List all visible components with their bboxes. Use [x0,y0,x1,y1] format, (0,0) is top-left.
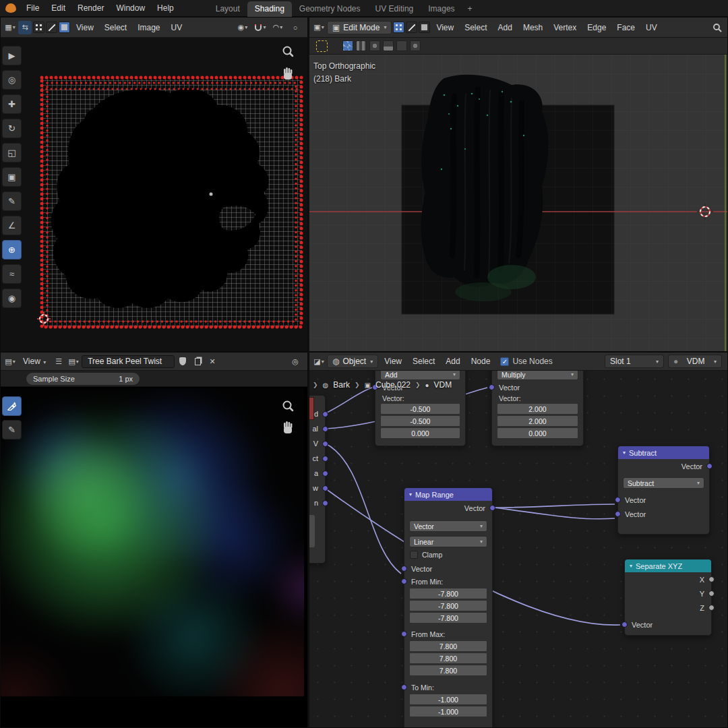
output-socket[interactable] [322,411,328,417]
active-tool-icon[interactable] [316,40,328,52]
uv-select-face-button[interactable] [59,22,70,33]
pivot-point-dropdown[interactable] [236,21,249,34]
node-map-range[interactable]: Map Range Vector Vector Linear Clamp Vec… [404,487,493,727]
node-vector-math-subtract[interactable]: Subtract Vector Subtract Vector Vector [617,446,710,535]
vector-z-field[interactable]: 0.000 [380,427,460,439]
from-max-x-field[interactable]: 7.800 [409,640,487,652]
uv-canvas[interactable]: ▶ ◎ ✚ ↻ ◱ ▣ ✎ ∠ ⊕ ≈ ◉ [1,38,307,351]
cursor-tool-button[interactable]: ◎ [2,70,22,90]
sh-menu-view[interactable]: View [380,355,406,368]
vector-input-socket[interactable] [401,566,407,572]
pan-hand-icon[interactable] [284,421,292,433]
output-socket[interactable] [322,456,328,462]
operation-dropdown[interactable]: Add [380,371,460,380]
node-header[interactable]: Separate XYZ [625,559,711,572]
image-browse-button[interactable] [67,355,80,368]
workspace-tab-shading[interactable]: Shading [247,1,292,17]
sample-tool-button[interactable] [2,396,22,416]
menu-render[interactable]: Render [71,1,110,15]
relax-tool-button[interactable]: ≈ [2,264,22,284]
pin-icon[interactable] [289,355,302,368]
app-icon[interactable] [5,3,16,13]
node-header[interactable]: Map Range [404,488,492,501]
rotate-tool-button[interactable]: ↻ [2,119,22,138]
move-tool-button[interactable]: ✚ [2,94,22,114]
image-view-menu[interactable]: View [18,355,51,368]
input-socket-2[interactable] [615,511,621,517]
vector-y-field[interactable]: -0.500 [380,415,460,427]
add-workspace-button[interactable]: + [462,1,478,17]
uv-sync-select-toggle[interactable] [18,21,32,34]
chevron-down-icon[interactable] [409,491,412,497]
grab-tool-button[interactable]: ⊕ [2,240,22,260]
viewport-canvas[interactable]: Top Orthographic (218) Bark [309,55,727,351]
chevron-down-icon[interactable] [630,563,632,569]
duplicate-image-icon[interactable] [191,355,204,368]
output-socket[interactable] [322,426,328,432]
proportional-falloff-button[interactable] [289,21,302,34]
uv-menu-select[interactable]: Select [100,21,131,34]
sh-menu-node[interactable]: Node [466,355,495,368]
uv-menu-uv[interactable]: UV [166,21,187,34]
scale-tool-button[interactable]: ◱ [2,143,22,162]
output-socket[interactable] [489,505,495,511]
clipped-slider[interactable] [309,515,315,547]
vector-z-field[interactable]: 0.000 [497,427,578,439]
vector-input-socket[interactable] [621,621,628,628]
hamburger-menu-icon[interactable] [52,355,65,368]
proportional-editing-dropdown[interactable] [271,21,284,34]
to-min-input-socket[interactable] [401,684,407,690]
display-option-1[interactable] [342,40,353,51]
vp-menu-select[interactable]: Select [460,21,491,34]
display-option-4[interactable] [383,40,394,51]
vector-x-field[interactable]: -0.500 [380,403,460,415]
vector-y-field[interactable]: 2.000 [497,415,578,427]
mesh-object[interactable] [421,75,549,287]
annotate-tool-button[interactable]: ✎ [2,420,22,439]
from-max-z-field[interactable]: 7.800 [409,665,487,676]
chevron-down-icon[interactable] [623,450,626,456]
node-separate-xyz[interactable]: Separate XYZ X Y Z Vector [624,559,712,636]
vp-menu-view[interactable]: View [431,21,458,34]
sh-menu-select[interactable]: Select [408,355,439,368]
measure-tool-button[interactable]: ∠ [2,216,22,235]
display-option-3[interactable] [369,40,380,51]
from-min-x-field[interactable]: -7.800 [409,588,487,599]
uv-menu-view[interactable]: View [71,21,98,34]
edge-select-button[interactable] [406,22,417,33]
from-max-input-socket[interactable] [401,631,407,637]
editor-type-button[interactable] [312,355,326,368]
color-swatch[interactable] [309,397,314,420]
interpolation-dropdown[interactable]: Linear [409,536,487,547]
workspace-tab-uv-editing[interactable]: UV Editing [368,1,421,17]
vp-menu-add[interactable]: Add [493,21,517,34]
to-min-x-field[interactable]: -1.000 [409,694,487,705]
vp-menu-mesh[interactable]: Mesh [518,21,547,34]
search-icon[interactable] [712,23,722,32]
from-min-input-socket[interactable] [401,578,407,584]
output-socket[interactable] [322,485,328,491]
vector-x-field[interactable]: 2.000 [497,403,578,415]
vp-menu-vertex[interactable]: Vertex [549,21,581,34]
snap-dropdown[interactable] [253,21,267,34]
display-option-5[interactable] [396,40,407,51]
output-socket[interactable] [322,500,328,506]
node-canvas[interactable]: d al V ct a w n Add Vector Vector: -0.50… [309,371,727,727]
uv-select-vertex-button[interactable] [33,22,44,33]
data-type-dropdown[interactable]: Vector [409,520,487,532]
transform-tool-button[interactable]: ▣ [2,167,22,187]
menu-window[interactable]: Window [110,1,151,15]
display-option-6[interactable] [410,40,421,51]
editor-type-button[interactable] [312,21,326,34]
workspace-tab-geometry-nodes[interactable]: Geometry Nodes [292,1,368,17]
sh-menu-add[interactable]: Add [441,355,464,368]
fake-user-shield-icon[interactable] [176,355,189,368]
y-output-socket[interactable] [708,590,715,597]
node-vector-math-multiply[interactable]: Multiply Vector Vector: 2.000 2.000 0.00… [491,371,584,446]
shader-type-dropdown[interactable]: Object [327,355,378,368]
unlink-icon[interactable] [206,355,219,368]
vp-menu-uv[interactable]: UV [641,21,662,34]
to-min-y-field[interactable]: -1.000 [409,706,487,717]
from-min-z-field[interactable]: -7.800 [409,612,487,624]
display-option-2[interactable] [356,40,367,51]
